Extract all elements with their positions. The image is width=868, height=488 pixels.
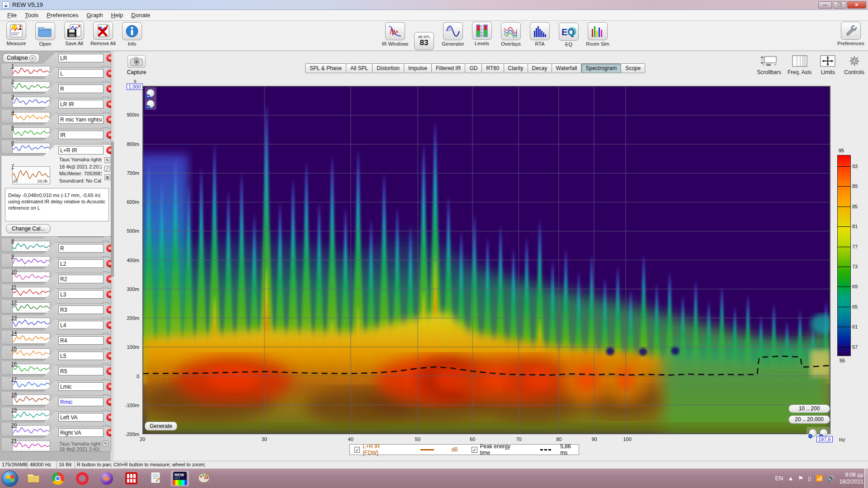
measurement-name-field[interactable] <box>58 367 104 375</box>
rta-button[interactable]: RTA <box>525 21 554 50</box>
measurement-thumbnail[interactable] <box>12 302 50 313</box>
power-icon[interactable]: ▯ <box>808 475 811 482</box>
measurement-thumbnail[interactable] <box>12 241 50 252</box>
tab-scope[interactable]: Scope <box>621 63 645 73</box>
menu-item-tools[interactable]: Tools <box>21 11 42 19</box>
scrollbars-button[interactable]: Scrollbars <box>757 54 781 75</box>
taskbar-app-chrome[interactable] <box>49 471 67 486</box>
measurement-name-field[interactable] <box>58 259 104 268</box>
measurement-thumbnail[interactable] <box>12 81 50 92</box>
capture-button[interactable]: Capture <box>123 55 150 75</box>
maximize-button[interactable]: ❐ <box>833 1 846 9</box>
controls-button[interactable]: Controls <box>844 54 864 75</box>
measurement-thumbnail[interactable] <box>12 348 50 359</box>
measurement-thumbnail[interactable] <box>12 364 50 375</box>
taskbar-app-browser-orb[interactable] <box>98 471 116 486</box>
measurement-thumbnail[interactable] <box>12 287 50 298</box>
series1-checkbox[interactable]: ✓ <box>354 447 360 453</box>
measurement-name-field[interactable] <box>58 244 104 253</box>
taskbar-app-opera[interactable] <box>73 471 91 486</box>
tab-all-spl[interactable]: All SPL <box>346 63 373 73</box>
measurement-name-field[interactable] <box>58 69 104 78</box>
network-icon[interactable]: 📶 <box>816 475 823 482</box>
measurement-name-field[interactable] <box>58 146 104 155</box>
measure-button[interactable]: Measure <box>2 21 31 50</box>
generate-button[interactable]: Generate <box>145 422 177 431</box>
limits-button[interactable]: Limits <box>818 54 838 75</box>
menu-item-file[interactable]: File <box>4 11 20 19</box>
measurement-name-field[interactable] <box>58 275 104 283</box>
measurement-thumbnail[interactable] <box>12 256 50 267</box>
measurement-name-field[interactable] <box>58 290 104 299</box>
measurement-name-field[interactable] <box>58 413 104 422</box>
tab-decay[interactable]: Decay <box>528 63 552 73</box>
measurement-name-field[interactable] <box>58 382 104 391</box>
range-20-20000-button[interactable]: 20 .. 20.000 <box>788 415 830 424</box>
measurement-thumbnail[interactable] <box>12 97 50 108</box>
levels-button[interactable]: 0369Levels <box>467 21 496 50</box>
measurement-thumbnail[interactable] <box>12 66 50 77</box>
measurement-name-field[interactable] <box>58 115 104 124</box>
measurement-thumbnail[interactable] <box>12 441 50 451</box>
tray-expand-icon[interactable]: ▲ <box>788 475 793 482</box>
measurement-name-field[interactable] <box>58 428 104 437</box>
start-button[interactable] <box>2 470 18 487</box>
range-10-200-button[interactable]: 10 .. 200 <box>788 404 830 413</box>
volume-icon[interactable]: 🔊 <box>827 475 835 482</box>
remove-all-button[interactable]: Remove All <box>89 21 118 50</box>
menu-item-help[interactable]: Help <box>108 11 127 19</box>
tab-distortion[interactable]: Distortion <box>372 63 404 73</box>
tab-impulse[interactable]: Impulse <box>404 63 432 73</box>
save-all-button[interactable]: Save All <box>60 21 89 50</box>
taskbar-app-notepad[interactable] <box>146 471 165 486</box>
measurement-thumbnail[interactable] <box>12 143 50 154</box>
measurement-thumbnail[interactable] <box>12 410 50 421</box>
x-axis-max-field[interactable]: 197,6 <box>816 436 833 442</box>
measurement-name-field[interactable] <box>58 100 104 108</box>
open-button[interactable]: Open <box>31 21 60 50</box>
zoom-out-y-button[interactable]: − <box>146 100 155 108</box>
overlays-button[interactable]: Overlays <box>496 21 525 50</box>
tab-clarity[interactable]: Clarity <box>504 63 528 73</box>
tab-waterfall[interactable]: Waterfall <box>552 63 582 73</box>
freq-axis-button[interactable]: Freq. Axis <box>788 54 811 75</box>
measurement-name-field[interactable] <box>58 305 104 314</box>
taskbar-app-explorer[interactable] <box>24 471 42 486</box>
notes-icon[interactable]: ≣ <box>104 174 110 180</box>
tab-spl-phase[interactable]: SPL & Phase <box>305 63 346 73</box>
y-axis-max-field[interactable]: 1,000 <box>127 84 143 90</box>
measurement-thumbnail[interactable] <box>12 394 50 405</box>
clock[interactable]: 9:06 μμ 18/2/2021 <box>840 472 863 485</box>
trace-colour-icon[interactable]: ╱ <box>104 166 110 172</box>
tab-spectrogram[interactable]: Spectrogram <box>581 63 621 73</box>
menu-item-preferences[interactable]: Preferences <box>43 11 82 19</box>
change-cal-button[interactable]: Change Cal... <box>6 224 51 233</box>
close-button[interactable]: ✕ <box>847 1 866 9</box>
measurement-item-7[interactable]: ✕7Taus Yamaha rightside s18 Φεβ 2021 2:2… <box>1 144 111 237</box>
spectrogram-plot[interactable] <box>142 86 830 434</box>
measurement-thumbnail[interactable] <box>12 379 50 390</box>
measurement-thumbnail[interactable] <box>12 318 50 328</box>
ir-windows-button[interactable]: IR Windows <box>381 21 410 50</box>
zoom-out-x-button[interactable]: − <box>809 429 817 437</box>
language-indicator[interactable]: EN <box>775 475 783 482</box>
edit-notes-icon[interactable]: ✎ <box>104 157 110 163</box>
tab-gd[interactable]: GD <box>465 63 482 73</box>
measurement-name-field[interactable] <box>58 352 104 360</box>
measurement-thumbnail[interactable] <box>12 425 50 436</box>
collapse-button[interactable]: Collapse« <box>3 53 40 63</box>
tab-filtered-ir[interactable]: Filtered IR <box>431 63 465 73</box>
eq-button[interactable]: EQEQ <box>554 22 583 51</box>
measurement-thumbnail[interactable] <box>12 112 50 123</box>
measurement-name-field[interactable] <box>58 398 104 406</box>
measurement-thumbnail[interactable] <box>12 272 50 282</box>
show-desktop-button[interactable] <box>864 469 868 488</box>
measurement-name-field[interactable] <box>58 54 104 62</box>
minimize-button[interactable]: — <box>818 1 832 9</box>
measurement-name-field[interactable] <box>58 336 104 345</box>
measurement-name-field[interactable] <box>58 131 104 139</box>
info-button[interactable]: Info <box>118 21 146 50</box>
measurement-name-field[interactable] <box>58 321 104 329</box>
menu-item-graph[interactable]: Graph <box>83 11 106 19</box>
taskbar-app-red-grid-app[interactable] <box>122 471 140 486</box>
